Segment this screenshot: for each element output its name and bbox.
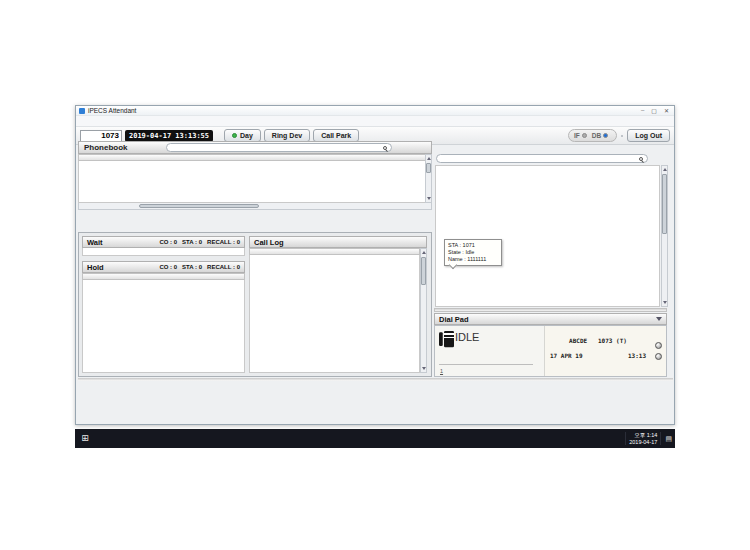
day-mode-label: Day: [240, 132, 253, 139]
lcd-date: 17 APR 19: [550, 352, 583, 359]
day-status-dot: [232, 133, 237, 138]
scroll-up-icon[interactable]: [427, 157, 431, 160]
window-controls: – ▢ ✕: [641, 107, 671, 114]
wait-list: [82, 248, 245, 256]
dial-pad-header[interactable]: Dial Pad: [434, 313, 667, 325]
scroll-down-icon[interactable]: [663, 301, 667, 304]
station-search-input[interactable]: [436, 154, 648, 163]
call-log-title: Call Log: [254, 238, 284, 247]
vscroll-thumb[interactable]: [426, 163, 431, 173]
wait-hold-panel: Wait CO : 0 STA : 0 RECALL : 0 Hold CO :…: [78, 232, 432, 377]
lcd-display: ABCDE 1073 (T) 17 APR 19 13:13: [545, 326, 651, 376]
db-label: DB: [592, 132, 601, 139]
phonebook-table: [78, 161, 432, 203]
call-log-table: [249, 255, 420, 373]
right-tab-bar: [434, 141, 673, 153]
wait-stats: CO : 0 STA : 0 RECALL : 0: [159, 239, 240, 245]
window-title: iPECS Attendant: [88, 107, 136, 114]
station-number-input[interactable]: [80, 130, 122, 142]
vscroll-thumb[interactable]: [421, 257, 426, 285]
divider: [78, 378, 673, 381]
phonebook-search-input[interactable]: [166, 143, 392, 152]
station-tooltip: STA : 1071 State : Idle Name : 1111111: [444, 239, 502, 266]
wait-hold-column: Wait CO : 0 STA : 0 RECALL : 0 Hold CO :…: [82, 236, 245, 373]
wait-title: Wait: [87, 238, 103, 247]
phonebook-title: Phonebook: [84, 143, 128, 152]
notification-center-icon[interactable]: ▤: [665, 435, 672, 443]
maximize-button[interactable]: ▢: [651, 107, 657, 114]
scroll-up-icon[interactable]: [663, 168, 667, 171]
toolbar-icon-buttons: [621, 135, 623, 137]
desktop: iPECS Attendant – ▢ ✕ 2019-04-17 13:13:5…: [75, 105, 675, 448]
clock-date: 2019-04-17: [629, 439, 657, 446]
scroll-up-icon[interactable]: [422, 251, 426, 254]
title-bar[interactable]: iPECS Attendant – ▢ ✕: [76, 106, 674, 116]
call-log-header: Call Log: [249, 236, 427, 248]
lcd-line1: ABCDE 1073 (T): [550, 337, 646, 344]
phonebook-column-headers[interactable]: [78, 154, 432, 161]
station-vscrollbar[interactable]: [661, 165, 668, 307]
scroll-down-icon[interactable]: [427, 197, 431, 200]
hold-title: Hold: [87, 263, 104, 272]
attendant-window: iPECS Attendant – ▢ ✕ 2019-04-17 13:13:5…: [75, 105, 675, 425]
scroll-down-icon[interactable]: [422, 367, 426, 370]
dial-pad-title: Dial Pad: [439, 315, 469, 324]
phonebook-section: Phonebook: [78, 141, 432, 210]
vscroll-thumb[interactable]: [662, 174, 667, 234]
call-log-column: Call Log: [249, 236, 427, 373]
hold-list: [82, 280, 245, 373]
panel-separator: [434, 308, 667, 312]
start-button[interactable]: ⊞: [78, 434, 92, 443]
dial-pad-body: IDLE 1 ABCDE 1073 (T) 17 APR 19 13:13: [434, 325, 667, 377]
search-icon: [383, 146, 387, 150]
tooltip-state: State : Idle: [448, 249, 498, 256]
scroll-up-button[interactable]: [655, 342, 662, 349]
close-button[interactable]: ✕: [664, 107, 669, 114]
clock-time: 오후 1:14: [629, 432, 657, 439]
datetime-display: 2019-04-17 13:13:55: [125, 130, 213, 142]
dial-pad-memo: 1: [440, 368, 443, 374]
station-info-panel: STA : 1071 State : Idle Name : 1111111 D…: [434, 141, 673, 377]
if-status-dot: [582, 133, 587, 138]
hold-column-headers[interactable]: [82, 273, 245, 280]
menu-bar: [76, 116, 674, 127]
if-label: IF: [574, 132, 580, 139]
search-icon: [639, 157, 643, 161]
call-log-column-headers[interactable]: [249, 248, 420, 255]
lcd-nav-buttons: [651, 326, 666, 376]
phonebook-vscrollbar[interactable]: [425, 154, 432, 203]
scroll-down-button[interactable]: [655, 353, 662, 360]
taskbar: ⊞ 오후 1:14 2019-04-17 ▤: [75, 429, 675, 448]
phonebook-hscrollbar[interactable]: [78, 203, 432, 210]
tooltip-sta: STA : 1071: [448, 242, 498, 249]
wait-header: Wait CO : 0 STA : 0 RECALL : 0: [82, 236, 245, 248]
chevron-down-icon[interactable]: [656, 317, 662, 321]
system-tray: 오후 1:14 2019-04-17 ▤: [621, 432, 672, 446]
taskbar-clock[interactable]: 오후 1:14 2019-04-17: [625, 432, 661, 446]
hold-header: Hold CO : 0 STA : 0 RECALL : 0: [82, 261, 245, 273]
divider: [439, 364, 533, 365]
db-status-dot: [603, 133, 608, 138]
hscroll-thumb[interactable]: [139, 204, 259, 208]
station-grid: [435, 165, 660, 307]
minimize-button[interactable]: –: [641, 107, 644, 114]
tooltip-name: Name : 1111111: [448, 256, 498, 263]
app-icon: [79, 108, 85, 114]
hold-stats: CO : 0 STA : 0 RECALL : 0: [159, 264, 240, 270]
phonebook-header: Phonebook: [78, 141, 432, 154]
dial-pad-state: IDLE: [455, 331, 479, 343]
dial-pad-state-area: IDLE 1: [435, 326, 545, 376]
lcd-time: 13:13: [628, 352, 646, 359]
call-log-vscrollbar[interactable]: [420, 248, 427, 373]
phone-icon: [439, 331, 454, 347]
